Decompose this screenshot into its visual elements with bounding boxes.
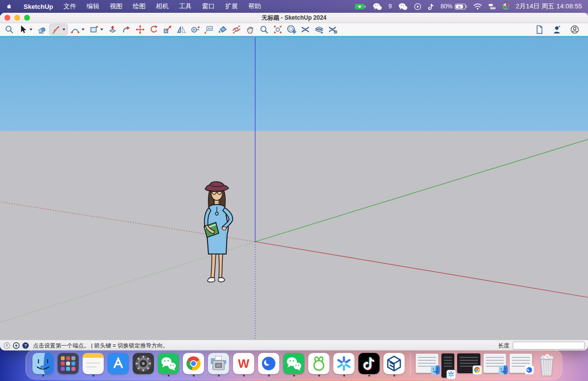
tool-arc[interactable] bbox=[69, 24, 87, 35]
dock-sketchup[interactable] bbox=[383, 352, 406, 377]
minimized-settings-window[interactable] bbox=[509, 353, 532, 373]
menu-item-2[interactable]: 视图 bbox=[110, 2, 122, 11]
tool-eraser[interactable] bbox=[35, 24, 48, 35]
info-icon[interactable] bbox=[13, 342, 20, 349]
menu-item-1[interactable]: 编辑 bbox=[87, 2, 99, 11]
zoom-button[interactable] bbox=[24, 15, 30, 21]
account-icon bbox=[569, 24, 580, 35]
tool-move[interactable] bbox=[134, 24, 147, 35]
tool-flip[interactable] bbox=[175, 24, 188, 35]
dock-finder[interactable] bbox=[32, 352, 55, 377]
menu-item-6[interactable]: 窗口 bbox=[202, 2, 215, 11]
tool-search[interactable] bbox=[3, 24, 16, 35]
menu-datetime[interactable]: 2月14日 周五 14:08:55 bbox=[516, 2, 582, 11]
tool-new-document[interactable] bbox=[533, 24, 546, 35]
dropdown-caret-icon[interactable] bbox=[62, 29, 65, 31]
person-figure[interactable] bbox=[198, 179, 239, 288]
color-orb-status-icon[interactable] bbox=[502, 3, 509, 10]
tool-sandbox-gear[interactable] bbox=[326, 24, 339, 35]
title-bar[interactable]: 无标题 - SketchUp 2024 bbox=[0, 13, 588, 23]
dock-notes[interactable] bbox=[82, 352, 105, 377]
tool-paint-bucket[interactable] bbox=[216, 24, 229, 35]
minimized-phone-mirror-window[interactable] bbox=[441, 353, 454, 378]
tool-pan[interactable] bbox=[244, 24, 257, 35]
tool-user[interactable] bbox=[551, 24, 563, 35]
dimension-icon: A1 bbox=[204, 24, 214, 35]
dock-wps-office[interactable]: W bbox=[233, 352, 255, 377]
line-icon bbox=[51, 24, 61, 35]
dock-system-settings[interactable] bbox=[132, 352, 155, 377]
wifi-status-icon[interactable] bbox=[473, 3, 482, 10]
tool-zoom-extents[interactable] bbox=[271, 24, 284, 35]
drawing-axes bbox=[0, 37, 588, 340]
battery-status-icon[interactable] bbox=[455, 3, 467, 10]
tool-rotate[interactable] bbox=[147, 24, 160, 35]
tool-orbit[interactable] bbox=[230, 24, 243, 35]
menu-item-5[interactable]: 工具 bbox=[179, 2, 192, 11]
dropdown-caret-icon[interactable] bbox=[82, 29, 85, 31]
minimized-finder-window[interactable] bbox=[415, 353, 439, 373]
tool-select[interactable] bbox=[17, 24, 34, 35]
dock-launchpad[interactable] bbox=[57, 352, 80, 377]
menu-item-0[interactable]: 文件 bbox=[63, 2, 76, 11]
dropdown-caret-icon[interactable] bbox=[29, 29, 32, 31]
tool-followme[interactable] bbox=[120, 24, 133, 35]
dock-wechat[interactable] bbox=[157, 352, 180, 377]
menu-item-7[interactable]: 扩展 bbox=[225, 2, 238, 11]
svg-text:W: W bbox=[238, 357, 250, 370]
dropdown-caret-icon[interactable] bbox=[100, 29, 103, 31]
length-input[interactable] bbox=[513, 342, 585, 349]
tool-dimension[interactable]: A1 bbox=[203, 24, 215, 35]
minimized-document-window[interactable] bbox=[483, 353, 506, 373]
blue-asterisk-app-badge-icon bbox=[446, 370, 456, 379]
geolocation-icon[interactable] bbox=[3, 342, 10, 349]
running-indicator bbox=[393, 375, 395, 377]
dock-green-loop-app[interactable] bbox=[308, 352, 330, 377]
menu-item-8[interactable]: 帮助 bbox=[248, 2, 261, 11]
battery-heart-status-icon[interactable] bbox=[354, 3, 366, 10]
zoom-extents-icon bbox=[272, 24, 283, 35]
minimized-browser-window[interactable] bbox=[457, 353, 480, 373]
tool-contours[interactable] bbox=[313, 24, 325, 35]
tool-warehouse[interactable] bbox=[285, 24, 298, 35]
wechat-alt-status-icon[interactable] bbox=[398, 3, 408, 10]
status-message: 点击设置第一个端点。 | 箭头键 = 切换锁定推导方向。 bbox=[33, 342, 168, 349]
tool-pushpull[interactable] bbox=[106, 24, 119, 35]
dock-quark[interactable] bbox=[258, 352, 280, 377]
model-viewport[interactable] bbox=[0, 37, 588, 340]
play-circle-status-icon[interactable] bbox=[414, 3, 421, 10]
dock-blue-asterisk-app[interactable] bbox=[333, 352, 355, 377]
tool-zoom[interactable] bbox=[258, 24, 270, 35]
minimize-button[interactable] bbox=[14, 15, 20, 21]
new-document-icon bbox=[534, 24, 545, 35]
sandbox-icon bbox=[300, 24, 311, 35]
finder-badge-icon bbox=[431, 365, 440, 375]
select-icon bbox=[18, 24, 29, 35]
paint-bucket-icon bbox=[217, 24, 228, 35]
contours-icon bbox=[314, 24, 324, 35]
tool-line[interactable] bbox=[49, 24, 68, 35]
close-button[interactable] bbox=[4, 15, 10, 21]
svg-text:?: ? bbox=[24, 343, 27, 348]
scale-icon bbox=[162, 24, 173, 35]
tool-rectangle[interactable] bbox=[88, 24, 105, 35]
dock-app-store[interactable] bbox=[107, 352, 130, 377]
stage-manager-status-icon[interactable] bbox=[488, 3, 496, 10]
wechat-status-icon[interactable] bbox=[373, 3, 382, 10]
tool-account[interactable] bbox=[568, 24, 581, 35]
running-indicator bbox=[368, 375, 370, 377]
tool-scale[interactable] bbox=[161, 24, 174, 35]
menu-item-4[interactable]: 相机 bbox=[156, 2, 169, 11]
tool-tape-measure[interactable] bbox=[189, 24, 202, 35]
trash-icon[interactable] bbox=[536, 352, 558, 377]
dock-chrome[interactable] bbox=[182, 352, 205, 377]
dock-douyin[interactable] bbox=[358, 352, 381, 377]
dock-wechat-alt[interactable] bbox=[283, 352, 305, 377]
tiktok-status-icon[interactable] bbox=[428, 3, 434, 10]
menu-item-3[interactable]: 绘图 bbox=[133, 2, 146, 11]
tool-sandbox[interactable] bbox=[299, 24, 312, 35]
dock-printer-tool[interactable] bbox=[207, 352, 230, 377]
help-icon[interactable]: ? bbox=[22, 342, 29, 349]
menu-app-name[interactable]: SketchUp bbox=[24, 3, 53, 10]
apple-menu-icon[interactable] bbox=[6, 2, 13, 11]
